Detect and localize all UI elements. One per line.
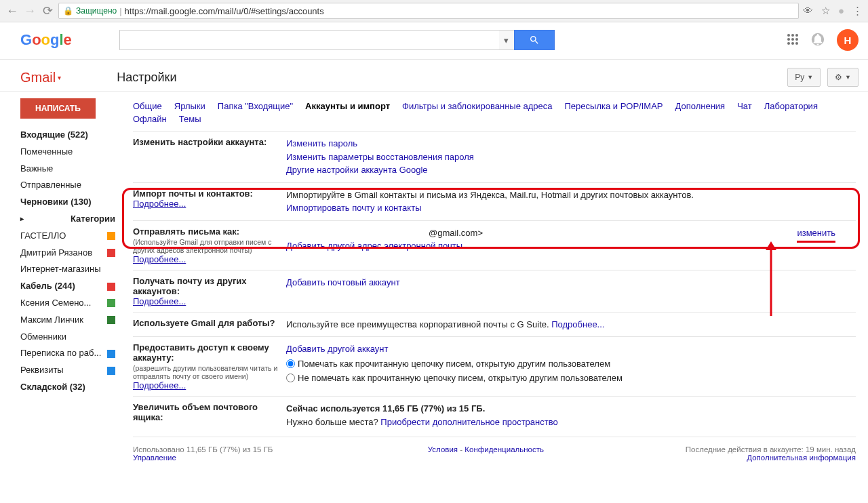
sidebar-item[interactable]: Помеченные — [20, 144, 121, 161]
gsuite-more-link[interactable]: Подробнее... — [551, 319, 604, 329]
tab-чат[interactable]: Чат — [737, 101, 752, 111]
row-grant-access: Предоставить доступ к своему аккаунту:(р… — [133, 336, 856, 396]
lock-icon: 🔒 Защищено — [63, 6, 117, 16]
star-icon[interactable]: ☆ — [821, 5, 830, 17]
footer: Использовано 11,65 ГБ (77%) из 15 ГБУпра… — [133, 437, 856, 462]
avatar[interactable]: Н — [837, 29, 859, 51]
activity-info-link[interactable]: Дополнительная информация — [747, 454, 856, 462]
menu-icon[interactable]: ⋮ — [852, 5, 863, 17]
more-link[interactable]: Подробнее... — [133, 296, 186, 306]
svg-point-7 — [791, 42, 794, 45]
sidebar-label[interactable]: Кабель (244) — [20, 278, 121, 295]
sidebar-item[interactable]: Важные — [20, 161, 121, 178]
sidebar-label[interactable]: Реквизиты — [20, 362, 121, 379]
apps-icon[interactable] — [787, 33, 799, 47]
google-bar: Google ▾ Н — [0, 22, 868, 60]
url-bar[interactable]: 🔒 Защищено | https://mail.google.com/mai… — [58, 3, 799, 19]
row-send-as: Отправлять письма как:(Используйте Gmail… — [133, 220, 856, 270]
account-link[interactable]: Изменить пароль — [286, 138, 357, 148]
svg-point-8 — [795, 42, 798, 45]
svg-point-0 — [787, 34, 790, 37]
manage-link[interactable]: Управление — [133, 454, 176, 462]
eye-icon[interactable]: 👁 — [803, 5, 813, 17]
sidebar-item[interactable]: Входящие (522) — [20, 127, 121, 144]
sidebar-label[interactable]: Переписка по раб... — [20, 345, 121, 362]
browser-bar: ← → ⟳ 🔒 Защищено | https://mail.google.c… — [0, 0, 868, 22]
buy-storage-link[interactable]: Приобрести дополнительное пространство — [380, 417, 557, 427]
tab-офлайн[interactable]: Офлайн — [133, 114, 167, 124]
svg-point-1 — [791, 34, 794, 37]
terms-link[interactable]: Условия — [428, 445, 458, 454]
tab-общие[interactable]: Общие — [133, 101, 162, 111]
sidebar-item[interactable]: Черновики (130) — [20, 194, 121, 211]
gmail-subbar: Gmail▾ Настройки Ру ▼ ⚙ ▼ — [0, 60, 868, 92]
gmail-logo[interactable]: Gmail▾ — [20, 70, 61, 85]
tab-папка-входящие-[interactable]: Папка "Входящие" — [218, 101, 293, 111]
row-import: Импорт почты и контактов:Подробнее... Им… — [133, 182, 856, 220]
row-gsuite: Используете Gmail для работы? Используйт… — [133, 312, 856, 337]
mark-unread-radio[interactable] — [286, 374, 295, 382]
reload-button[interactable]: ⟳ — [41, 3, 54, 18]
tab-темы[interactable]: Темы — [179, 114, 201, 124]
search-button[interactable] — [514, 30, 555, 50]
import-link[interactable]: Импортировать почту и контакты — [286, 203, 421, 213]
email-address: @gmail.com> — [429, 228, 483, 238]
settings-content: ОбщиеЯрлыкиПапка "Входящие"Аккаунты и им… — [121, 92, 868, 475]
tab-дополнения[interactable]: Дополнения — [675, 101, 726, 111]
svg-point-5 — [795, 38, 798, 41]
sidebar-label[interactable]: Дмитрий Рязанов — [20, 245, 121, 262]
svg-point-6 — [787, 42, 790, 45]
sidebar-label[interactable]: Складской (32) — [20, 379, 121, 396]
row-account-settings: Изменить настройки аккаунта: Изменить па… — [133, 131, 856, 182]
svg-point-4 — [791, 38, 794, 41]
sidebar-label[interactable]: ГАСТЕЛЛО — [20, 228, 121, 245]
url-text: https://mail.google.com/mail/u/0/#settin… — [125, 6, 324, 16]
account-link[interactable]: Изменить параметры восстановления пароля — [286, 152, 474, 162]
row-storage: Увеличить объем почтового ящика: Сейчас … — [133, 396, 856, 434]
add-delegate-link[interactable]: Добавить другой аккаунт — [286, 344, 388, 354]
sidebar-item[interactable]: Отправленные — [20, 177, 121, 194]
extension-icon[interactable]: ● — [838, 5, 844, 17]
account-link[interactable]: Другие настройки аккаунта Google — [286, 165, 428, 175]
arrow-annotation — [751, 238, 791, 319]
back-button[interactable]: ← — [5, 4, 19, 18]
tab-фильтры-и-заблокированные-адреса[interactable]: Фильтры и заблокированные адреса — [402, 101, 552, 111]
forward-button[interactable]: → — [23, 4, 37, 18]
google-logo[interactable]: Google — [20, 31, 72, 49]
more-link[interactable]: Подробнее... — [133, 199, 186, 209]
tab-лаборатория[interactable]: Лаборатория — [764, 101, 818, 111]
sidebar-item[interactable]: ▸Категории — [20, 211, 121, 228]
sidebar-label[interactable]: Максим Линчик — [20, 312, 121, 329]
svg-point-2 — [795, 34, 798, 37]
page-title: Настройки — [117, 71, 176, 85]
compose-button[interactable]: НАПИСАТЬ — [20, 98, 96, 119]
add-account-link[interactable]: Добавить почтовый аккаунт — [286, 277, 400, 287]
tab-ярлыки[interactable]: Ярлыки — [174, 101, 205, 111]
add-address-link[interactable]: Добавить другой адрес электронной почты — [286, 241, 462, 251]
sidebar-label[interactable]: Интернет-магазины — [20, 261, 121, 278]
search-input[interactable] — [119, 30, 499, 50]
mark-read-radio[interactable] — [286, 359, 295, 368]
bell-icon[interactable] — [811, 33, 825, 48]
tab-пересылка-и-pop-imap[interactable]: Пересылка и POP/IMAP — [565, 101, 663, 111]
row-check-mail: Получать почту из других аккаунтов:Подро… — [133, 270, 856, 312]
svg-point-3 — [787, 38, 790, 41]
sidebar-label[interactable]: Ксения Семено... — [20, 295, 121, 312]
lang-button[interactable]: Ру ▼ — [787, 68, 821, 87]
search-icon — [529, 35, 540, 45]
edit-link[interactable]: изменить — [797, 228, 835, 238]
privacy-link[interactable]: Конфиденциальность — [465, 445, 544, 454]
more-link[interactable]: Подробнее... — [133, 380, 186, 390]
search-dropdown[interactable]: ▾ — [499, 30, 514, 50]
tab-аккаунты-и-импорт[interactable]: Аккаунты и импорт — [305, 101, 390, 111]
settings-gear-button[interactable]: ⚙ ▼ — [827, 68, 859, 87]
sidebar: НАПИСАТЬ Входящие (522)ПомеченныеВажныеО… — [0, 92, 121, 475]
settings-tabs: ОбщиеЯрлыкиПапка "Входящие"Аккаунты и им… — [133, 97, 856, 131]
more-link[interactable]: Подробнее... — [133, 254, 186, 264]
sidebar-label[interactable]: Обменники — [20, 329, 121, 346]
